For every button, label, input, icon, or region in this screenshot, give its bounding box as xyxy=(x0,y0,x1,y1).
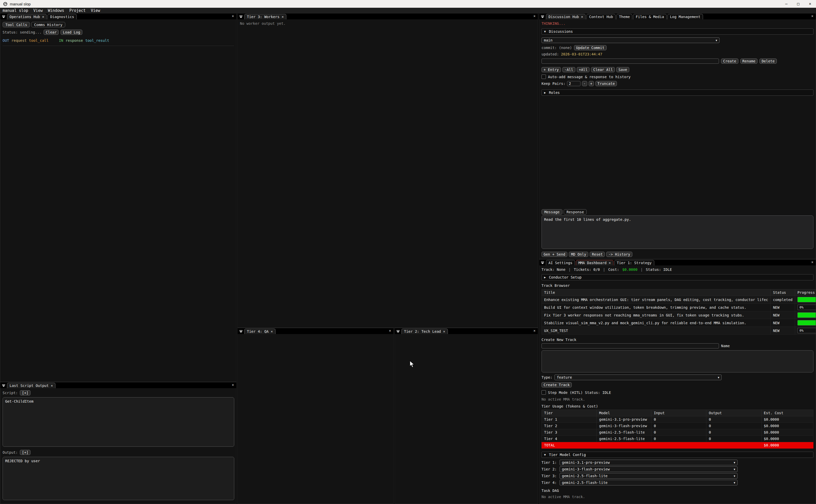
create-track-button[interactable]: Create Track xyxy=(542,382,572,387)
script-label: Script: xyxy=(3,391,18,395)
script-expand-button[interactable]: [+] xyxy=(20,390,30,395)
table-row[interactable]: Enhance existing MMA orchestration GUI: … xyxy=(542,296,816,304)
to-history-button[interactable]: -> History xyxy=(606,252,632,257)
menu-view[interactable]: View xyxy=(31,8,45,13)
discussion-name-input[interactable] xyxy=(542,59,719,64)
clear-all-button[interactable]: Clear All xyxy=(591,67,615,72)
step-mode-checkbox[interactable] xyxy=(542,390,546,395)
maximize-icon[interactable]: □ xyxy=(792,0,804,8)
mma-dashboard-panel: AI Settings MMA Dashboard × Tier 1: Stra… xyxy=(539,259,816,504)
table-row[interactable]: Stabilize visual_sim_mma_v2.py and mock_… xyxy=(542,319,816,327)
panel-close-icon[interactable]: × xyxy=(389,329,391,333)
script-textarea[interactable]: Get-ChildItem xyxy=(3,397,234,447)
panel-close-icon[interactable]: × xyxy=(811,14,813,18)
tab-message[interactable]: Message xyxy=(542,209,562,215)
table-row[interactable]: UX_SIM_TEST NEW 0% Load xyxy=(542,327,816,335)
panel-close-icon[interactable]: × xyxy=(232,383,234,387)
panel-close-icon[interactable]: × xyxy=(534,329,536,333)
tab-theme[interactable]: Theme xyxy=(616,14,632,19)
track-name-input[interactable] xyxy=(542,343,719,348)
status-value: sending... xyxy=(20,30,42,34)
dock-menu-icon[interactable] xyxy=(239,330,243,333)
dock-menu-icon[interactable] xyxy=(541,262,544,264)
tab-tier2-tech-lead[interactable]: Tier 2: Tech Lead × xyxy=(401,329,448,334)
track-description-textarea[interactable] xyxy=(542,350,813,372)
legend-out: OUT xyxy=(3,38,9,43)
md-only-button[interactable]: MD Only xyxy=(569,252,588,257)
tab-response[interactable]: Response xyxy=(564,209,587,215)
dock-menu-icon[interactable] xyxy=(2,384,5,387)
tier2-model-select[interactable]: gemini-3-flash-preview ▼ xyxy=(560,466,738,472)
conductor-setup-collapse-header[interactable]: ▶ Conductor Setup xyxy=(542,274,813,280)
delete-button[interactable]: Delete xyxy=(760,59,777,64)
save-button[interactable]: Save xyxy=(616,67,629,72)
tab-close-icon[interactable]: × xyxy=(581,15,583,19)
branch-select[interactable]: main ▼ xyxy=(542,37,720,43)
tab-close-icon[interactable]: × xyxy=(42,15,44,19)
reset-button[interactable]: Reset xyxy=(590,252,605,257)
chevron-down-icon: ▼ xyxy=(716,376,721,379)
create-button[interactable]: Create xyxy=(721,59,738,64)
load-log-button[interactable]: Load Log xyxy=(61,30,82,35)
autoadd-checkbox[interactable] xyxy=(542,75,546,79)
tab-comms-history[interactable]: Comms History xyxy=(31,22,65,27)
tab-close-icon[interactable]: × xyxy=(443,329,445,334)
collapse-all-button[interactable]: -All xyxy=(562,67,575,72)
table-row[interactable]: Build UI for context window utilization,… xyxy=(542,304,816,311)
menu-project[interactable]: Project xyxy=(67,8,88,13)
panel-close-icon[interactable]: × xyxy=(232,14,234,18)
add-entry-button[interactable]: + Entry xyxy=(542,67,561,72)
increment-button[interactable]: + xyxy=(589,81,594,86)
tab-ai-settings[interactable]: AI Settings xyxy=(546,260,575,265)
tier4-model-select[interactable]: gemini-2.5-flash-lite ▼ xyxy=(560,480,738,485)
total-row: TOTAL $0.0000 xyxy=(542,442,813,449)
tab-close-icon[interactable]: × xyxy=(271,329,273,334)
tab-context-hub[interactable]: Context Hub xyxy=(586,14,616,19)
panel-close-icon[interactable]: × xyxy=(534,14,536,18)
tab-tier3-workers[interactable]: Tier 3: Workers × xyxy=(244,14,286,19)
tab-diagnostics[interactable]: Diagnostics xyxy=(47,14,77,19)
tab-tool-calls[interactable]: Tool Calls xyxy=(3,22,30,27)
gen-send-button[interactable]: Gen + Send xyxy=(542,252,567,257)
panel-close-icon[interactable]: × xyxy=(811,260,813,264)
tab-last-script-output[interactable]: Last Script Output × xyxy=(7,383,55,388)
tab-operations-hub[interactable]: Operations Hub × xyxy=(7,14,47,19)
output-textarea[interactable]: REJECTED by user xyxy=(3,457,234,500)
minimize-icon[interactable]: — xyxy=(780,0,792,8)
chevron-down-icon: ▼ xyxy=(732,467,737,471)
keep-pairs-input[interactable] xyxy=(567,81,580,86)
dock-menu-icon[interactable] xyxy=(239,15,243,18)
rename-button[interactable]: Rename xyxy=(740,59,758,64)
dock-menu-icon[interactable] xyxy=(2,15,5,18)
close-icon[interactable]: × xyxy=(804,0,816,8)
tab-files-media[interactable]: Files & Media xyxy=(633,14,667,19)
tier-model-config-collapse-header[interactable]: ▼ Tier Model Config xyxy=(542,452,813,458)
roles-collapse-header[interactable]: ▶ Roles xyxy=(542,90,813,96)
truncate-button[interactable]: Truncate xyxy=(595,81,617,86)
tab-close-icon[interactable]: × xyxy=(281,15,284,19)
tier3-model-select[interactable]: gemini-2.5-flash-lite ▼ xyxy=(560,473,738,479)
tab-tier4-qa[interactable]: Tier 4: QA × xyxy=(244,329,276,334)
expand-all-button[interactable]: +All xyxy=(577,67,590,72)
tab-tier1-strategy[interactable]: Tier 1: Strategy xyxy=(614,260,654,265)
tier1-model-select[interactable]: gemini-3.1-pro-preview ▼ xyxy=(560,460,738,465)
menu-windows[interactable]: Windows xyxy=(45,8,67,13)
tab-discussion-hub[interactable]: Discussion Hub × xyxy=(546,14,586,19)
menu-view-2[interactable]: View xyxy=(88,8,103,13)
tab-mma-dashboard[interactable]: MMA Dashboard × xyxy=(576,260,613,265)
decrement-button[interactable]: - xyxy=(582,81,587,86)
progress-bar: 0% xyxy=(797,328,816,333)
track-type-select[interactable]: feature ▼ xyxy=(554,375,722,380)
menu-app[interactable]: manual slop xyxy=(0,8,31,13)
message-textarea[interactable]: Read the first 10 lines of aggregate.py. xyxy=(542,215,813,249)
dock-menu-icon[interactable] xyxy=(397,330,400,333)
discussions-collapse-header[interactable]: ▼ Discussions xyxy=(542,28,813,35)
tab-close-icon[interactable]: × xyxy=(609,261,611,265)
tab-close-icon[interactable]: × xyxy=(51,384,53,388)
table-row[interactable]: Fix Tier 3 worker responses not reaching… xyxy=(542,311,816,319)
tab-log-management[interactable]: Log Management xyxy=(667,14,703,19)
output-expand-button[interactable]: [+] xyxy=(20,450,30,455)
update-commit-button[interactable]: Update Commit xyxy=(574,45,607,50)
dock-menu-icon[interactable] xyxy=(541,15,544,18)
clear-button[interactable]: Clear xyxy=(44,30,59,35)
